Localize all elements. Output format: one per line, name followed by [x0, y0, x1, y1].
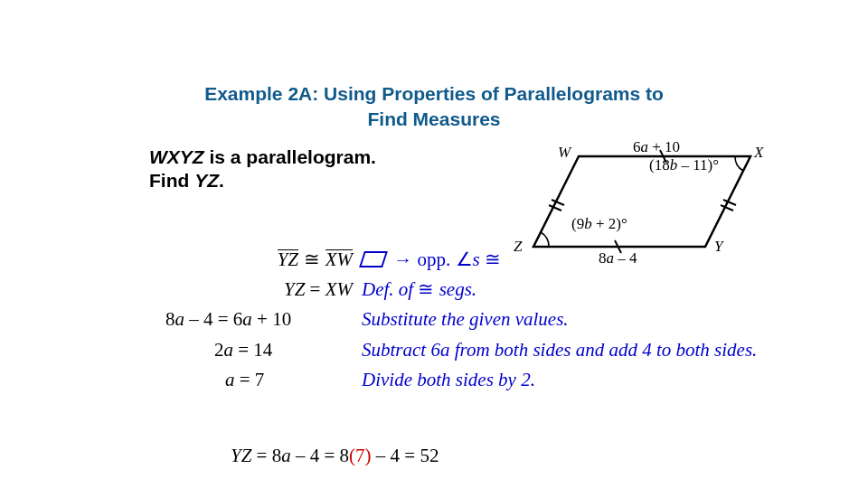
example-title: Example 2A: Using Properties of Parallel…: [0, 81, 868, 133]
vertex-x: X: [754, 144, 763, 162]
reason-4: Subtract 6a from both sides and add 4 to…: [362, 338, 757, 361]
title-line-1: Example 2A: Using Properties of Parallel…: [204, 83, 664, 104]
statement-5: a = 7: [149, 369, 362, 391]
angle-z-label: (9b + 2)°: [571, 215, 627, 233]
proof-row-1: YZ ≅ XW → opp. ∠s ≅: [149, 249, 757, 271]
proof-steps: YZ ≅ XW → opp. ∠s ≅ YZ = XW Def. of ≅ se…: [149, 249, 757, 399]
title-line-2: Find Measures: [367, 108, 500, 129]
reason-5: Divide both sides by 2.: [362, 369, 535, 391]
statement-3: 8a – 4 = 6a + 10: [149, 308, 362, 331]
statement-2: YZ = XW: [149, 278, 362, 301]
proof-row-4: 2a = 14 Subtract 6a from both sides and …: [149, 338, 757, 361]
prompt-find: Find: [149, 170, 194, 191]
proof-row-3: 8a – 4 = 6a + 10 Substitute the given va…: [149, 308, 757, 331]
prompt-wxyz: WXYZ: [149, 146, 204, 167]
angle-x-label: (18b – 11)°: [649, 156, 719, 174]
reason-2: Def. of ≅ segs.: [362, 278, 476, 301]
side-wx-label: 6a + 10: [633, 138, 680, 156]
proof-row-2: YZ = XW Def. of ≅ segs.: [149, 278, 757, 301]
reason-3: Substitute the given values.: [362, 308, 569, 331]
statement-1: YZ ≅ XW: [149, 249, 362, 271]
statement-4: 2a = 14: [149, 339, 362, 361]
prompt-rest1: is a parallelogram.: [204, 146, 376, 167]
vertex-w: W: [558, 144, 571, 162]
prompt-yz: YZ: [194, 170, 219, 191]
final-answer: YZ = 8a – 4 = 8(7) – 4 = 52: [231, 445, 439, 467]
reason-1: → opp. ∠s ≅: [362, 249, 501, 271]
parallelogram-figure: W X Y Z 6a + 10 8a – 4 (18b – 11)° (9b +…: [524, 140, 778, 258]
parallelogram-icon: [359, 251, 388, 267]
prompt-period: .: [219, 170, 224, 191]
proof-row-5: a = 7 Divide both sides by 2.: [149, 369, 757, 391]
